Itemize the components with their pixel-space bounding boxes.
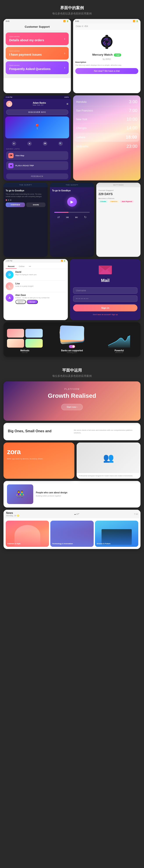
ignore-button[interactable]: Ignore: [15, 300, 26, 304]
order-product-name: Mercury Watch: [92, 53, 113, 56]
card1-title: Details about my orders: [9, 38, 44, 42]
map-user-info: Adam Banks New York, NY: [33, 102, 46, 106]
nav-icon-heart[interactable]: ♥: [12, 142, 16, 146]
signin-button[interactable]: Sign in: [73, 304, 138, 311]
nav-icon-search[interactable]: 🔍: [58, 142, 63, 146]
news-header-left: News Monday, 18 ♌: [6, 512, 19, 517]
script1-body: To go to Goodbye This is script content …: [3, 187, 48, 209]
ctrl-repeat[interactable]: ↻: [84, 215, 87, 219]
signup-link-text[interactable]: Sign up: [112, 314, 118, 315]
clock-chengdu: Chengdu 14:00: [75, 124, 138, 132]
script1-btn-share[interactable]: SHARE: [26, 203, 46, 207]
saved-item-2[interactable]: ★ PLAN A ROAD TRIP: [6, 161, 68, 170]
current-support-title: Current Support: [98, 189, 138, 191]
feedback-button[interactable]: FEEDBACK: [6, 174, 68, 179]
contact-david: D David Hey! I'm trying to reach you: [3, 269, 68, 280]
clock-city-ny: New York: [76, 118, 87, 121]
play-button[interactable]: ▶: [67, 197, 77, 207]
row-payment: Methods Over 50+ Banks are supported Inc…: [3, 322, 141, 357]
contact-david-info: David Hey! I'm trying to reach you: [15, 271, 66, 276]
saved-item-1[interactable]: 🗺 View Map: [6, 151, 68, 160]
nav-icon-map[interactable]: 🗺: [43, 142, 47, 146]
clock-time-ny: 10:00: [126, 117, 138, 122]
nav-icon-star[interactable]: ★: [27, 142, 32, 146]
progress-bar: [54, 212, 90, 213]
tab-recent[interactable]: Recent: [6, 265, 17, 269]
status-time: 9:41: [6, 20, 9, 22]
ctrl-next[interactable]: ⏭: [75, 215, 78, 219]
become-patron-section: Become a Patron 3 Books 5 Articles Auto …: [98, 197, 138, 203]
news-card-3[interactable]: Drones & Future: [95, 521, 138, 547]
office-text: Professional workspace designed for mode…: [77, 473, 141, 479]
script1-btn-overview[interactable]: OVERVIEW: [6, 203, 25, 207]
password-field[interactable]: ••••••••: [73, 296, 138, 302]
row-support-order: 9:41 📶 🔋 Customer Support Quick access D…: [3, 19, 141, 93]
tab-more[interactable]: •••: [27, 265, 33, 269]
growth-panel: PLATFORM Growth Realised Start now ›: [3, 381, 141, 421]
banks-title: Banks are supported: [45, 349, 99, 352]
clock-city-melbourne: Melbourne: [76, 145, 89, 148]
days-value: 229 DAYS: [98, 192, 138, 196]
tab-online[interactable]: Online: [17, 265, 27, 269]
growth-button[interactable]: Start now ›: [61, 404, 83, 410]
accept-button[interactable]: Accept: [27, 300, 38, 304]
map-avatar: A: [6, 101, 12, 107]
section1-header: 界面中的案例 每位多色彩以及多色彩的应用案例: [0, 0, 144, 19]
section2-subtitle: 每位多色彩以及多色彩的应用案例: [3, 374, 141, 378]
support-card-orders[interactable]: Quick access Details about my orders ›: [6, 32, 69, 45]
banks-section: Banks are supported Including yours: [45, 326, 99, 353]
news-card-3-label: Drones & Future: [97, 542, 137, 545]
not-clear-button[interactable]: Not clear? We have a chat: [75, 68, 138, 74]
contact-alan-name: Alan Dave: [15, 294, 66, 296]
notif-tabs: Recent Online •••: [3, 263, 68, 269]
clock-sf: San Francisco 7:00: [75, 106, 138, 115]
saved-lists: SAVED LISTS 🗺 View Map ★ PLAN A ROAD TRI…: [3, 147, 71, 172]
card2-title: I have payment issues: [9, 53, 42, 57]
news-card-1[interactable]: Fashion & Style: [6, 521, 49, 547]
card1-content: Quick access Details about my orders: [9, 36, 44, 42]
order-status-bar: 9:41 📶 🔋: [73, 19, 141, 23]
big-ones-left: Big Ones, Small Ones and: [8, 429, 70, 434]
color-block-3: [7, 339, 24, 348]
clock-city-sf: San Francisco: [76, 109, 93, 112]
avatar-alan: A: [6, 294, 14, 302]
color-blocks: [7, 329, 43, 348]
bank-toggle[interactable]: [69, 345, 75, 348]
play-button-area: ▶: [52, 193, 92, 211]
status-icons: 📶 🔋: [63, 20, 69, 22]
powerful-title: Powerful: [101, 349, 137, 352]
hamburger-icon[interactable]: ≡: [67, 102, 68, 105]
saved-item-2-label: PLAN A ROAD TRIP: [15, 164, 34, 167]
banks-sub: Including yours: [45, 352, 99, 353]
current-support-section: Current Support 229 DAYS: [98, 189, 138, 196]
contact-lisa: L Lisa Invite to a party tonight!: [3, 281, 68, 292]
settings-body: Current Support 229 DAYS Become a Patron…: [96, 187, 141, 207]
avatar-lisa: L: [6, 282, 14, 290]
order-header: Order #: 454: [73, 23, 141, 29]
row-zora: zora Better app loved by dentists, trust…: [3, 442, 141, 479]
order-desc-title: Description: [75, 61, 138, 63]
clock-lahore: Lahore 18:00: [74, 133, 139, 142]
script2-title: To go to Goodbye: [52, 189, 92, 192]
clock-time-melbourne: 23:00: [126, 144, 138, 149]
chip-3books: 3 Books: [98, 200, 108, 203]
people-image: 👫: [7, 485, 33, 504]
settings-chips: 3 Books 5 Articles Auto Payment: [98, 200, 138, 203]
bank-cards-stack: [45, 326, 99, 343]
order-by: by ZERO: [75, 58, 138, 60]
news-card-2[interactable]: Technology & Innovation: [50, 521, 94, 547]
support-card-faq[interactable]: Quick access Frequently Asked Questions …: [6, 61, 69, 74]
location-pin-icon: 📍: [34, 124, 41, 130]
svg-rect-3: [105, 45, 108, 49]
username-input[interactable]: [73, 287, 138, 294]
ctrl-shuffle[interactable]: ⇄: [57, 215, 60, 219]
ctrl-prev[interactable]: ⏮: [66, 215, 69, 219]
order-product-row: Mercury Watch Paid: [75, 53, 138, 57]
support-card-payment[interactable]: Quick access I have payment issues ›: [6, 47, 69, 60]
map-nav-icons: ♥ ★ 🗺 🔍: [3, 140, 71, 147]
script2-header: THE SCRIPT: [50, 183, 94, 187]
office-panel: 👥 Professional workspace designed for mo…: [77, 442, 141, 479]
clock-city-lahore: Lahore: [77, 136, 85, 139]
card3-title: Frequently Asked Questions: [9, 67, 51, 71]
no-account-text: Don't have an account?: [93, 314, 111, 315]
